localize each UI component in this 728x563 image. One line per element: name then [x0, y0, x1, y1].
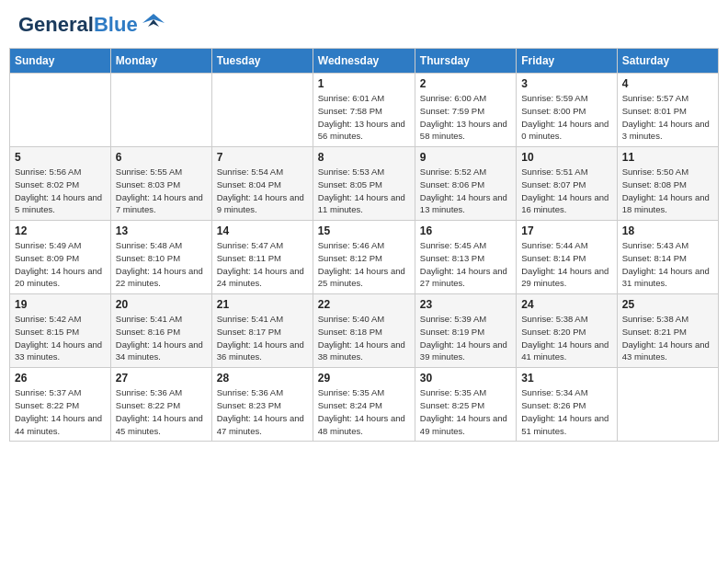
- calendar-cell: 28Sunrise: 5:36 AMSunset: 8:23 PMDayligh…: [211, 368, 313, 442]
- day-info: Sunrise: 5:37 AMSunset: 8:22 PMDaylight:…: [15, 386, 106, 437]
- day-info: Sunrise: 5:34 AMSunset: 8:26 PMDaylight:…: [521, 386, 611, 437]
- calendar-cell: 25Sunrise: 5:38 AMSunset: 8:21 PMDayligh…: [617, 294, 718, 368]
- page-header: GeneralBlue: [9, 9, 719, 40]
- calendar-cell: 27Sunrise: 5:36 AMSunset: 8:22 PMDayligh…: [110, 368, 211, 442]
- day-number: 22: [318, 298, 410, 311]
- calendar-cell: 23Sunrise: 5:39 AMSunset: 8:19 PMDayligh…: [415, 294, 516, 368]
- day-info: Sunrise: 5:55 AMSunset: 8:03 PMDaylight:…: [116, 166, 207, 216]
- calendar-cell: 21Sunrise: 5:41 AMSunset: 8:17 PMDayligh…: [211, 294, 313, 368]
- col-header-tuesday: Tuesday: [211, 49, 313, 74]
- day-info: Sunrise: 5:52 AMSunset: 8:06 PMDaylight:…: [420, 166, 511, 216]
- calendar-cell: 26Sunrise: 5:37 AMSunset: 8:22 PMDayligh…: [10, 368, 111, 442]
- day-info: Sunrise: 5:42 AMSunset: 8:15 PMDaylight:…: [15, 313, 106, 363]
- day-number: 20: [116, 298, 207, 311]
- day-number: 8: [318, 151, 410, 164]
- calendar-cell: 9Sunrise: 5:52 AMSunset: 8:06 PMDaylight…: [415, 147, 516, 221]
- calendar-week-row: 19Sunrise: 5:42 AMSunset: 8:15 PMDayligh…: [10, 294, 719, 368]
- calendar-cell: [110, 74, 211, 147]
- day-info: Sunrise: 5:57 AMSunset: 8:01 PMDaylight:…: [622, 92, 713, 143]
- calendar-cell: 13Sunrise: 5:48 AMSunset: 8:10 PMDayligh…: [110, 221, 211, 294]
- calendar-cell: 5Sunrise: 5:56 AMSunset: 8:02 PMDaylight…: [10, 147, 111, 221]
- calendar-week-row: 1Sunrise: 6:01 AMSunset: 7:58 PMDaylight…: [10, 74, 719, 147]
- day-number: 27: [116, 372, 207, 385]
- calendar-cell: 7Sunrise: 5:54 AMSunset: 8:04 PMDaylight…: [211, 147, 313, 221]
- col-header-sunday: Sunday: [10, 49, 111, 74]
- calendar-cell: [617, 368, 718, 442]
- day-info: Sunrise: 6:00 AMSunset: 7:59 PMDaylight:…: [420, 92, 511, 143]
- col-header-monday: Monday: [110, 49, 211, 74]
- day-number: 16: [420, 224, 511, 237]
- calendar-cell: 15Sunrise: 5:46 AMSunset: 8:12 PMDayligh…: [313, 221, 415, 294]
- day-number: 31: [521, 372, 611, 385]
- col-header-friday: Friday: [517, 49, 617, 74]
- day-number: 29: [318, 372, 410, 385]
- calendar-cell: 10Sunrise: 5:51 AMSunset: 8:07 PMDayligh…: [517, 147, 617, 221]
- day-info: Sunrise: 5:47 AMSunset: 8:11 PMDaylight:…: [217, 239, 308, 290]
- day-info: Sunrise: 5:56 AMSunset: 8:02 PMDaylight:…: [15, 166, 106, 216]
- day-info: Sunrise: 5:41 AMSunset: 8:17 PMDaylight:…: [217, 313, 308, 363]
- calendar-cell: 14Sunrise: 5:47 AMSunset: 8:11 PMDayligh…: [211, 221, 313, 294]
- col-header-thursday: Thursday: [415, 49, 516, 74]
- day-number: 25: [622, 298, 713, 311]
- calendar-cell: 2Sunrise: 6:00 AMSunset: 7:59 PMDaylight…: [415, 74, 516, 147]
- day-info: Sunrise: 5:40 AMSunset: 8:18 PMDaylight:…: [318, 313, 410, 363]
- day-number: 13: [116, 224, 207, 237]
- day-number: 4: [622, 77, 713, 90]
- day-info: Sunrise: 5:43 AMSunset: 8:14 PMDaylight:…: [622, 239, 713, 290]
- day-number: 14: [217, 224, 308, 237]
- day-number: 17: [521, 224, 611, 237]
- calendar-cell: 29Sunrise: 5:35 AMSunset: 8:24 PMDayligh…: [313, 368, 415, 442]
- day-info: Sunrise: 5:35 AMSunset: 8:25 PMDaylight:…: [420, 386, 511, 437]
- day-number: 28: [217, 372, 308, 385]
- day-number: 7: [217, 151, 308, 164]
- day-info: Sunrise: 5:46 AMSunset: 8:12 PMDaylight:…: [318, 239, 410, 290]
- day-number: 30: [420, 372, 511, 385]
- col-header-saturday: Saturday: [617, 49, 718, 74]
- day-info: Sunrise: 5:54 AMSunset: 8:04 PMDaylight:…: [217, 166, 308, 216]
- calendar-cell: 3Sunrise: 5:59 AMSunset: 8:00 PMDaylight…: [517, 74, 617, 147]
- day-number: 2: [420, 77, 511, 90]
- day-number: 18: [622, 224, 713, 237]
- day-number: 3: [521, 77, 611, 90]
- day-number: 6: [116, 151, 207, 164]
- calendar-cell: [211, 74, 313, 147]
- calendar-cell: 16Sunrise: 5:45 AMSunset: 8:13 PMDayligh…: [415, 221, 516, 294]
- day-number: 5: [15, 151, 106, 164]
- calendar-cell: 11Sunrise: 5:50 AMSunset: 8:08 PMDayligh…: [617, 147, 718, 221]
- day-info: Sunrise: 5:38 AMSunset: 8:21 PMDaylight:…: [622, 313, 713, 363]
- logo-text: GeneralBlue: [18, 15, 138, 35]
- day-info: Sunrise: 5:36 AMSunset: 8:22 PMDaylight:…: [116, 386, 207, 437]
- day-number: 21: [217, 298, 308, 311]
- day-info: Sunrise: 5:35 AMSunset: 8:24 PMDaylight:…: [318, 386, 410, 437]
- calendar-cell: 22Sunrise: 5:40 AMSunset: 8:18 PMDayligh…: [313, 294, 415, 368]
- day-number: 9: [420, 151, 511, 164]
- day-number: 19: [15, 298, 106, 311]
- calendar-cell: 18Sunrise: 5:43 AMSunset: 8:14 PMDayligh…: [617, 221, 718, 294]
- calendar-header-row: SundayMondayTuesdayWednesdayThursdayFrid…: [10, 49, 719, 74]
- calendar-cell: 20Sunrise: 5:41 AMSunset: 8:16 PMDayligh…: [110, 294, 211, 368]
- day-info: Sunrise: 5:45 AMSunset: 8:13 PMDaylight:…: [420, 239, 511, 290]
- calendar-week-row: 5Sunrise: 5:56 AMSunset: 8:02 PMDaylight…: [10, 147, 719, 221]
- day-info: Sunrise: 5:53 AMSunset: 8:05 PMDaylight:…: [318, 166, 410, 216]
- calendar-table: SundayMondayTuesdayWednesdayThursdayFrid…: [9, 48, 719, 442]
- day-info: Sunrise: 5:51 AMSunset: 8:07 PMDaylight:…: [521, 166, 611, 216]
- calendar-cell: 24Sunrise: 5:38 AMSunset: 8:20 PMDayligh…: [517, 294, 617, 368]
- day-info: Sunrise: 5:38 AMSunset: 8:20 PMDaylight:…: [521, 313, 611, 363]
- calendar-cell: 12Sunrise: 5:49 AMSunset: 8:09 PMDayligh…: [10, 221, 111, 294]
- calendar-cell: 4Sunrise: 5:57 AMSunset: 8:01 PMDaylight…: [617, 74, 718, 147]
- calendar-week-row: 12Sunrise: 5:49 AMSunset: 8:09 PMDayligh…: [10, 221, 719, 294]
- day-number: 11: [622, 151, 713, 164]
- day-info: Sunrise: 5:41 AMSunset: 8:16 PMDaylight:…: [116, 313, 207, 363]
- day-number: 1: [318, 77, 410, 90]
- day-number: 12: [15, 224, 106, 237]
- day-info: Sunrise: 5:44 AMSunset: 8:14 PMDaylight:…: [521, 239, 611, 290]
- logo: GeneralBlue: [18, 14, 166, 36]
- calendar-cell: 17Sunrise: 5:44 AMSunset: 8:14 PMDayligh…: [517, 221, 617, 294]
- day-info: Sunrise: 5:49 AMSunset: 8:09 PMDaylight:…: [15, 239, 106, 290]
- calendar-cell: 1Sunrise: 6:01 AMSunset: 7:58 PMDaylight…: [313, 74, 415, 147]
- calendar-cell: 31Sunrise: 5:34 AMSunset: 8:26 PMDayligh…: [517, 368, 617, 442]
- day-number: 26: [15, 372, 106, 385]
- day-info: Sunrise: 5:50 AMSunset: 8:08 PMDaylight:…: [622, 166, 713, 216]
- day-number: 10: [521, 151, 611, 164]
- day-number: 24: [521, 298, 611, 311]
